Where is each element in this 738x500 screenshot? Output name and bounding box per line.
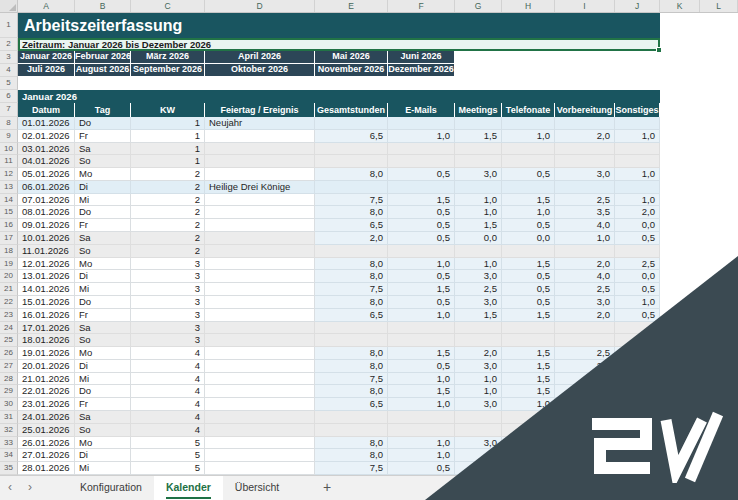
month-button-april-2026[interactable]: April 2026	[205, 51, 315, 64]
cell-vorbereitung[interactable]	[555, 155, 615, 168]
cell-datum[interactable]: 13.01.2026	[18, 270, 75, 283]
empty-sheet-area[interactable]	[660, 90, 738, 103]
cell-kw[interactable]: 3	[131, 334, 205, 347]
cell-gesamtstunden[interactable]: 8,0	[315, 206, 388, 219]
cell-emails[interactable]: 0,5	[388, 462, 455, 475]
cell-feiertag[interactable]	[205, 283, 315, 296]
cell-datum[interactable]: 02.01.2026	[18, 130, 75, 143]
cell-vorbereitung[interactable]: 2,0	[555, 130, 615, 143]
column-header-F[interactable]: F	[388, 0, 455, 12]
cell-tag[interactable]: Do	[75, 296, 131, 309]
sheet-nav-left-icon[interactable]: ‹	[0, 476, 20, 500]
month-button-september-2026[interactable]: September 2026	[131, 64, 205, 77]
month-button-august-2026[interactable]: August 2026	[75, 64, 131, 77]
cell-telefonate[interactable]: 0,5	[502, 270, 555, 283]
cell-gesamtstunden[interactable]	[315, 411, 388, 424]
cell-emails[interactable]	[388, 334, 455, 347]
cell-feiertag[interactable]	[205, 334, 315, 347]
row-number[interactable]: 34	[0, 449, 18, 462]
cell-emails[interactable]: 1,0	[388, 449, 455, 462]
cell-datum[interactable]: 28.01.2026	[18, 462, 75, 475]
cell-tag[interactable]: Mo	[75, 168, 131, 181]
column-header-E[interactable]: E	[315, 0, 388, 12]
cell-datum[interactable]: 06.01.2026	[18, 181, 75, 194]
cell-kw[interactable]: 3	[131, 258, 205, 271]
empty-sheet-area[interactable]	[660, 194, 738, 207]
section-month-label[interactable]: Januar 2026	[18, 90, 660, 103]
cell-gesamtstunden[interactable]: 6,5	[315, 309, 388, 322]
row-number[interactable]: 18	[0, 245, 18, 258]
month-button-märz-2026[interactable]: März 2026	[131, 51, 205, 64]
cell-telefonate[interactable]	[502, 245, 555, 258]
cell-emails[interactable]: 0,5	[388, 360, 455, 373]
empty-sheet-area[interactable]	[455, 51, 738, 64]
cell-kw[interactable]: 2	[131, 232, 205, 245]
row-number[interactable]: 5	[0, 77, 18, 90]
cell-gesamtstunden[interactable]: 8,0	[315, 347, 388, 360]
row-number[interactable]: 12	[0, 168, 18, 181]
cell-sonstiges[interactable]: 1,0	[615, 168, 660, 181]
row-number[interactable]: 6	[0, 90, 18, 103]
cell-meetings[interactable]: 3,0	[455, 360, 502, 373]
cell-emails[interactable]: 0,5	[388, 219, 455, 232]
cell-gesamtstunden[interactable]: 6,5	[315, 219, 388, 232]
cell-meetings[interactable]: 0,0	[455, 232, 502, 245]
cell-vorbereitung[interactable]: 4,0	[555, 270, 615, 283]
cell-kw[interactable]: 2	[131, 219, 205, 232]
cell-telefonate[interactable]: 0,5	[502, 283, 555, 296]
cell-feiertag[interactable]: Neujahr	[205, 117, 315, 130]
row-number[interactable]: 10	[0, 143, 18, 156]
cell-telefonate[interactable]: 0,5	[502, 219, 555, 232]
cell-datum[interactable]: 08.01.2026	[18, 206, 75, 219]
cell-tag[interactable]: Do	[75, 117, 131, 130]
month-button-juli-2026[interactable]: Juli 2026	[18, 64, 75, 77]
cell-tag[interactable]: Mo	[75, 437, 131, 450]
cell-emails[interactable]: 1,0	[388, 437, 455, 450]
row-number[interactable]: 26	[0, 347, 18, 360]
sheet-nav-right-icon[interactable]: ›	[20, 476, 40, 500]
column-header-J[interactable]: J	[615, 0, 660, 12]
cell-emails[interactable]	[388, 245, 455, 258]
cell-feiertag[interactable]	[205, 168, 315, 181]
cell-gesamtstunden[interactable]: 7,5	[315, 283, 388, 296]
month-button-november-2026[interactable]: November 2026	[315, 64, 388, 77]
cell-emails[interactable]: 0,5	[388, 206, 455, 219]
cell-sonstiges[interactable]: 0,0	[615, 270, 660, 283]
cell-kw[interactable]: 1	[131, 117, 205, 130]
cell-feiertag[interactable]	[205, 194, 315, 207]
cell-datum[interactable]: 25.01.2026	[18, 424, 75, 437]
cell-gesamtstunden[interactable]: 8,0	[315, 168, 388, 181]
cell-gesamtstunden[interactable]	[315, 117, 388, 130]
column-header-H[interactable]: H	[502, 0, 555, 12]
cell-vorbereitung[interactable]	[555, 117, 615, 130]
cell-meetings[interactable]: 3,0	[455, 270, 502, 283]
cell-tag[interactable]: Do	[75, 206, 131, 219]
cell-emails[interactable]: 1,0	[388, 130, 455, 143]
cell-datum[interactable]: 23.01.2026	[18, 398, 75, 411]
cell-kw[interactable]: 4	[131, 360, 205, 373]
cell-kw[interactable]: 4	[131, 373, 205, 386]
cell-telefonate[interactable]	[502, 143, 555, 156]
cell-feiertag[interactable]	[205, 206, 315, 219]
cell-emails[interactable]: 1,5	[388, 385, 455, 398]
cell-telefonate[interactable]	[502, 322, 555, 335]
cell-meetings[interactable]: 1,5	[455, 309, 502, 322]
cell-datum[interactable]: 07.01.2026	[18, 194, 75, 207]
cell-sonstiges[interactable]: 0,0	[615, 219, 660, 232]
cell-telefonate[interactable]: 1,0	[502, 130, 555, 143]
cell-gesamtstunden[interactable]	[315, 245, 388, 258]
row-number[interactable]: 29	[0, 385, 18, 398]
cell-meetings[interactable]	[455, 117, 502, 130]
empty-sheet-area[interactable]	[660, 219, 738, 232]
empty-sheet-area[interactable]	[660, 13, 738, 38]
cell-feiertag[interactable]	[205, 398, 315, 411]
cell-telefonate[interactable]: 1,5	[502, 194, 555, 207]
cell-meetings[interactable]: 1,0	[455, 194, 502, 207]
cell-feiertag[interactable]	[205, 232, 315, 245]
sheet-title-cell[interactable]: Arbeitszeiterfassung	[18, 13, 660, 38]
cell-datum[interactable]: 05.01.2026	[18, 168, 75, 181]
cell-gesamtstunden[interactable]: 8,0	[315, 385, 388, 398]
cell-tag[interactable]: Sa	[75, 322, 131, 335]
cell-meetings[interactable]: 1,0	[455, 385, 502, 398]
cell-kw[interactable]: 1	[131, 155, 205, 168]
